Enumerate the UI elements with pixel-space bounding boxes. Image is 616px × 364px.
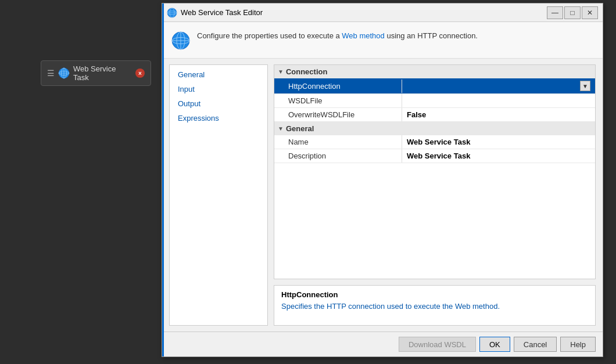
general-section-label: General	[286, 124, 314, 133]
nav-item-general[interactable]: General	[170, 67, 267, 82]
dialog-footer: Download WSDL OK Cancel Help	[162, 331, 603, 356]
prop-value-httpconnection: ▼	[402, 78, 595, 93]
prop-name-name: Name	[274, 135, 402, 149]
prop-row-wsdlfile[interactable]: WSDLFile	[274, 94, 595, 108]
prop-name-description: Description	[274, 149, 402, 163]
task-node-close[interactable]: ×	[135, 69, 145, 78]
content-panel: ▼ Connection HttpConnection ▼ WSDLFile	[274, 64, 596, 326]
nav-item-output[interactable]: Output	[170, 96, 267, 111]
maximize-button[interactable]: □	[564, 6, 581, 19]
prop-name-wsdlfile: WSDLFile	[274, 94, 402, 107]
dialog-body: General Input Output Expressions ▼ Conne…	[162, 59, 603, 331]
description-box: HttpConnection Specifies the HTTP connec…	[274, 285, 596, 326]
title-globe-icon	[167, 8, 177, 18]
download-wsdl-button[interactable]: Download WSDL	[399, 337, 476, 352]
prop-row-name[interactable]: Name Web Service Task	[274, 135, 595, 149]
header-globe-icon	[171, 31, 190, 50]
task-node-label: Web Service Task	[73, 64, 132, 82]
task-globe-icon	[58, 67, 70, 79]
dialog-window: Web Service Task Editor — □ ✕ Configure …	[162, 3, 603, 357]
prop-value-description: Web Service Task	[402, 149, 595, 163]
connection-expand-icon: ▼	[278, 69, 284, 75]
prop-row-description[interactable]: Description Web Service Task	[274, 149, 595, 163]
prop-row-overwritewsdlfile[interactable]: OverwriteWSDLFile False	[274, 108, 595, 122]
dialog-title: Web Service Task Editor	[181, 8, 543, 17]
titlebar-buttons: — □ ✕	[547, 6, 598, 19]
nav-panel: General Input Output Expressions	[169, 64, 268, 326]
nav-item-expressions[interactable]: Expressions	[170, 111, 267, 125]
hamburger-icon: ☰	[47, 69, 55, 78]
dialog-titlebar: Web Service Task Editor — □ ✕	[162, 3, 603, 22]
prop-row-httpconnection[interactable]: HttpConnection ▼	[274, 78, 595, 94]
general-section-header[interactable]: ▼ General	[274, 122, 595, 135]
web-method-link[interactable]: Web method	[342, 31, 384, 40]
description-box-text: Specifies the HTTP connection used to ex…	[281, 301, 588, 312]
minimize-button[interactable]: —	[547, 6, 563, 19]
ok-button[interactable]: OK	[479, 337, 510, 352]
prop-name-httpconnection: HttpConnection	[274, 80, 402, 93]
prop-value-overwritewsdlfile: False	[402, 108, 595, 121]
help-button[interactable]: Help	[560, 337, 596, 352]
description-box-title: HttpConnection	[281, 290, 588, 299]
httpconnection-dropdown-btn[interactable]: ▼	[580, 81, 590, 91]
nav-item-input[interactable]: Input	[170, 82, 267, 96]
connection-section-header[interactable]: ▼ Connection	[274, 65, 595, 78]
task-node: ☰ Web Service Task ×	[41, 60, 151, 86]
properties-table: ▼ Connection HttpConnection ▼ WSDLFile	[274, 64, 596, 279]
dialog-header: Configure the properties used to execute…	[162, 22, 603, 59]
close-button[interactable]: ✕	[582, 6, 598, 19]
cancel-button[interactable]: Cancel	[514, 337, 557, 352]
prop-value-wsdlfile	[402, 99, 595, 103]
dialog-header-description: Configure the properties used to execute…	[197, 30, 478, 42]
connection-section-label: Connection	[286, 67, 328, 76]
prop-value-name: Web Service Task	[402, 135, 595, 149]
general-expand-icon: ▼	[278, 125, 284, 132]
prop-name-overwritewsdlfile: OverwriteWSDLFile	[274, 108, 402, 121]
